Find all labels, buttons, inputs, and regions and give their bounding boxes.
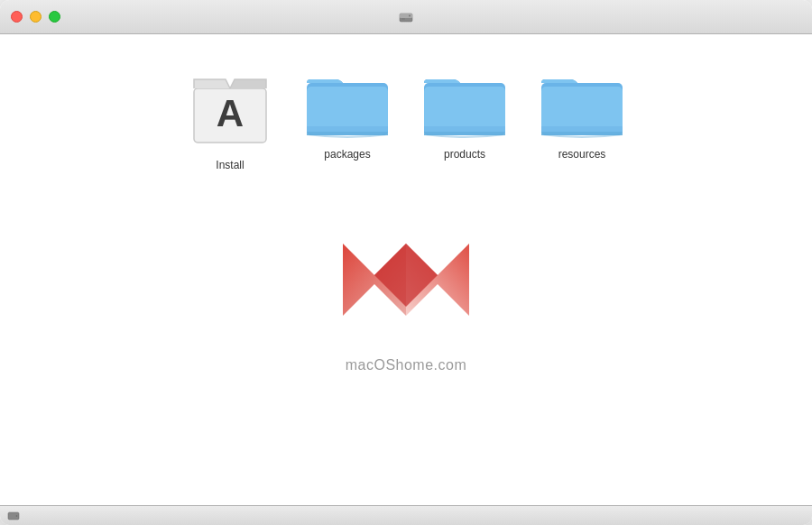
close-button[interactable] [11, 11, 23, 23]
packages-icon-item[interactable]: packages [307, 70, 388, 161]
gmail-section: macOShome.com [325, 216, 487, 373]
install-label: Install [216, 159, 244, 171]
resources-folder-icon [541, 70, 623, 141]
bottom-bar [0, 505, 812, 525]
title-bar [0, 0, 812, 34]
resources-label: resources [558, 148, 606, 161]
finder-window: A Install pack [0, 0, 812, 525]
minimize-button[interactable] [30, 11, 42, 23]
products-folder-icon [424, 70, 505, 141]
gmail-logo-icon [325, 216, 487, 343]
packages-label: packages [324, 148, 370, 161]
svg-text:A: A [217, 92, 244, 134]
svg-rect-17 [541, 132, 623, 135]
maximize-button[interactable] [49, 11, 60, 23]
icons-row: A Install pack [189, 70, 623, 171]
adobe-install-icon: A [189, 70, 271, 152]
status-disk-icon [7, 510, 20, 522]
window-content: A Install pack [0, 34, 812, 505]
svg-point-2 [409, 14, 411, 16]
drive-icon [399, 10, 413, 24]
svg-rect-3 [401, 18, 405, 19]
svg-rect-9 [307, 132, 388, 135]
svg-point-19 [16, 515, 18, 517]
title-bar-center [399, 10, 413, 24]
products-label: products [444, 148, 485, 161]
svg-rect-13 [424, 132, 505, 135]
watermark-text: macOShome.com [346, 357, 467, 373]
traffic-lights [11, 11, 60, 23]
resources-icon-item[interactable]: resources [541, 70, 623, 161]
packages-folder-icon [307, 70, 388, 141]
install-icon-item[interactable]: A Install [189, 70, 271, 171]
products-icon-item[interactable]: products [424, 70, 505, 161]
